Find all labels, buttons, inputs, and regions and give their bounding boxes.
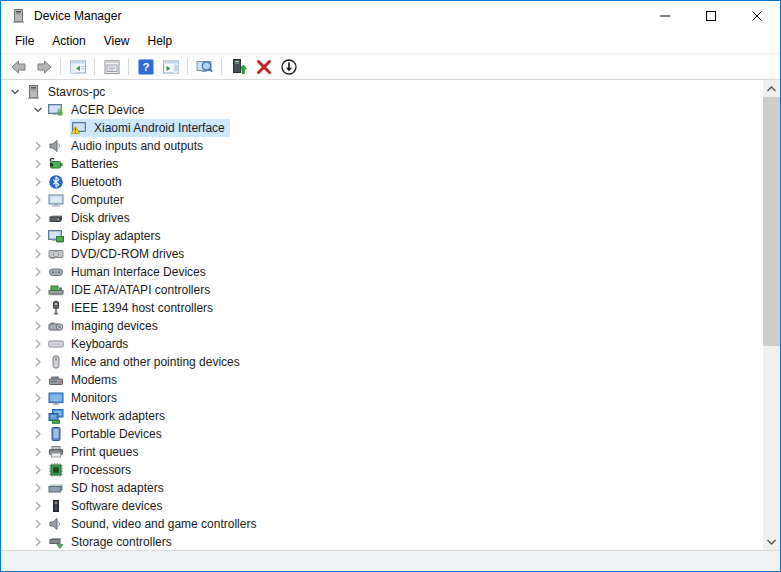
minimize-button[interactable] [642, 1, 688, 31]
tree-item[interactable]: IDE ATA/ATAPI controllers [47, 281, 215, 299]
processor-icon [48, 462, 64, 478]
properties-button[interactable] [99, 55, 124, 78]
tree-item[interactable]: Audio inputs and outputs [47, 137, 208, 155]
tree-item[interactable]: Computer [47, 191, 129, 209]
maximize-button[interactable] [688, 1, 734, 31]
imaging-device-icon [48, 318, 64, 334]
chevron-right-icon[interactable] [29, 228, 47, 244]
menu-item-help[interactable]: Help [139, 32, 182, 52]
forward-icon [35, 58, 53, 76]
tree-row: Portable Devices [1, 425, 763, 443]
tree-item[interactable]: Modems [47, 371, 122, 389]
scroll-up-icon [767, 86, 776, 92]
tree-item[interactable]: Monitors [47, 389, 122, 407]
tree-item-label: Modems [69, 372, 119, 388]
tree-item[interactable]: Bluetooth [47, 173, 127, 191]
back-button[interactable] [6, 55, 31, 78]
tree-item-label: Stavros-pc [46, 84, 107, 100]
tree-item[interactable]: Imaging devices [47, 317, 163, 335]
chevron-right-icon[interactable] [29, 192, 47, 208]
chevron-right-icon[interactable] [29, 318, 47, 334]
menu-item-action[interactable]: Action [43, 32, 94, 52]
chevron-right-icon[interactable] [29, 210, 47, 226]
chevron-right-icon[interactable] [29, 498, 47, 514]
scroll-down-icon [767, 539, 776, 545]
tree-row: Disk drives [1, 209, 763, 227]
scroll-up-button[interactable] [763, 80, 780, 97]
chevron-right-icon[interactable] [29, 444, 47, 460]
chevron-right-icon[interactable] [29, 516, 47, 532]
tree-item[interactable]: Portable Devices [47, 425, 167, 443]
tree-item[interactable]: ACER Device [47, 101, 149, 119]
tree-item-label: IDE ATA/ATAPI controllers [69, 282, 212, 298]
help-icon: ? [137, 58, 155, 76]
tree-row: Batteries [1, 155, 763, 173]
menu-item-view[interactable]: View [95, 32, 139, 52]
printer-icon [48, 444, 64, 460]
vertical-scrollbar[interactable] [763, 80, 780, 550]
tree-item[interactable]: Mice and other pointing devices [47, 353, 245, 371]
chevron-right-icon[interactable] [29, 426, 47, 442]
tree-item[interactable]: Storage controllers [47, 533, 177, 550]
tree-item[interactable]: Display adapters [47, 227, 165, 245]
expander-spacer [52, 120, 70, 136]
tree-row: Computer [1, 191, 763, 209]
modem-icon [48, 372, 64, 388]
close-button[interactable] [734, 1, 780, 31]
chevron-down-icon[interactable] [29, 102, 47, 118]
audio-icon [48, 138, 64, 154]
status-bar [1, 550, 780, 571]
disable-device-button[interactable] [276, 55, 301, 78]
tree-item-label: Disk drives [69, 210, 132, 226]
chevron-right-icon[interactable] [29, 462, 47, 478]
scrollbar-thumb[interactable] [763, 97, 780, 346]
scan-hardware-changes-button[interactable] [192, 55, 217, 78]
tree-item[interactable]: DVD/CD-ROM drives [47, 245, 189, 263]
chevron-right-icon[interactable] [29, 174, 47, 190]
chevron-right-icon[interactable] [29, 336, 47, 352]
chevron-right-icon[interactable] [29, 138, 47, 154]
tree-item[interactable]: Software devices [47, 497, 167, 515]
tree-item-label: Storage controllers [69, 534, 174, 550]
tree-item-label: DVD/CD-ROM drives [69, 246, 186, 262]
forward-button[interactable] [31, 55, 56, 78]
tree-item[interactable]: Disk drives [47, 209, 135, 227]
tree-item-label: Xiaomi Android Interface [92, 120, 227, 136]
tree-item-label: Print queues [69, 444, 140, 460]
device-manager-window: Device Manager FileActionViewHelp ? Stav… [0, 0, 781, 572]
show-console-tree-button[interactable] [65, 55, 90, 78]
tree-item[interactable]: Batteries [47, 155, 123, 173]
tree-item[interactable]: Stavros-pc [24, 83, 110, 101]
tree-item[interactable]: Human Interface Devices [47, 263, 211, 281]
chevron-right-icon[interactable] [29, 480, 47, 496]
chevron-right-icon[interactable] [29, 300, 47, 316]
chevron-right-icon[interactable] [29, 372, 47, 388]
chevron-right-icon[interactable] [29, 534, 47, 550]
tree-row: IDE ATA/ATAPI controllers [1, 281, 763, 299]
chevron-right-icon[interactable] [29, 408, 47, 424]
chevron-right-icon[interactable] [29, 354, 47, 370]
tree-item[interactable]: SD host adapters [47, 479, 169, 497]
chevron-right-icon[interactable] [29, 264, 47, 280]
update-driver-button[interactable] [226, 55, 251, 78]
scroll-down-button[interactable] [763, 533, 780, 550]
tree-item[interactable]: Keyboards [47, 335, 133, 353]
tree-row: Keyboards [1, 335, 763, 353]
chevron-right-icon[interactable] [29, 390, 47, 406]
tree-item[interactable]: Sound, video and game controllers [47, 515, 261, 533]
tree-item[interactable]: IEEE 1394 host controllers [47, 299, 218, 317]
tree-item[interactable]: Network adapters [47, 407, 170, 425]
action-pane-button[interactable] [158, 55, 183, 78]
ide-controller-icon [48, 282, 64, 298]
tree-item[interactable]: Xiaomi Android Interface [70, 119, 230, 137]
chevron-down-icon[interactable] [6, 84, 24, 100]
chevron-right-icon[interactable] [29, 282, 47, 298]
chevron-right-icon[interactable] [29, 246, 47, 262]
chevron-right-icon[interactable] [29, 156, 47, 172]
help-button[interactable]: ? [133, 55, 158, 78]
uninstall-device-button[interactable] [251, 55, 276, 78]
tree-item[interactable]: Processors [47, 461, 136, 479]
back-icon [10, 58, 28, 76]
menu-item-file[interactable]: File [6, 32, 43, 52]
tree-item[interactable]: Print queues [47, 443, 143, 461]
